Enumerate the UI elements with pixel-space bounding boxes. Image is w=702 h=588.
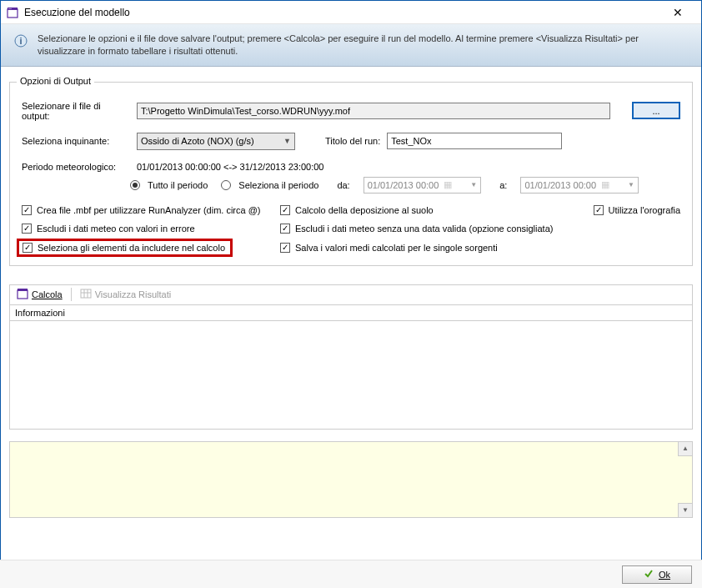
close-button[interactable]: ✕: [659, 1, 696, 24]
chevron-down-icon: ▼: [628, 181, 634, 188]
checkbox-icon: [280, 243, 290, 253]
chevron-down-icon: ▼: [283, 137, 291, 145]
check-save-averages[interactable]: Salva i valori medi calcolati per le sin…: [280, 242, 680, 254]
period-value: 01/01/2013 00:00:00 <-> 31/12/2013 23:00…: [137, 162, 323, 172]
info-banner: i Selezionare le opzioni e il file dove …: [1, 24, 701, 67]
calculate-button[interactable]: Calcola: [13, 286, 66, 303]
info-icon: i: [14, 34, 28, 58]
date-from-input: 01/01/2013 00:00 ▦ ▼: [364, 177, 482, 193]
check-exclude-invalid-date[interactable]: Escludi i dati meteo senza una data vali…: [280, 224, 680, 234]
check-create-mbf[interactable]: Crea file .mbf per utilizzare RunAnalyze…: [22, 205, 272, 215]
app-icon: [6, 6, 19, 19]
pollutant-select[interactable]: Ossido di Azoto (NOX) (g/s) ▼: [137, 133, 295, 150]
radio-select-period[interactable]: Seleziona il periodo: [221, 180, 318, 190]
group-title: Opzioni di Output: [17, 76, 94, 86]
checkbox-icon: [22, 205, 32, 215]
check-deposition[interactable]: Calcolo della deposizione al suolo: [280, 205, 522, 215]
date-to-input: 01/01/2013 00:00 ▦ ▼: [520, 177, 639, 193]
radio-icon: [221, 180, 231, 190]
checkbox-icon: [280, 205, 290, 215]
pollutant-label: Seleziona inquinante:: [22, 136, 130, 146]
window-title: Esecuzione del modello: [24, 7, 659, 18]
toolbar-separator: [71, 288, 72, 301]
period-label: Periodo meteorologico:: [22, 162, 130, 172]
run-title-input[interactable]: [387, 133, 562, 149]
calendar-icon: ▦: [601, 179, 609, 190]
pollutant-selected: Ossido di Azoto (NOX) (g/s): [141, 136, 254, 146]
calendar-icon: ▦: [444, 179, 452, 190]
svg-rect-7: [18, 289, 28, 291]
information-panel-title: Informazioni: [10, 305, 692, 321]
table-icon: [80, 288, 92, 301]
bottom-bar: Ok: [0, 560, 702, 588]
checkbox-icon: [23, 243, 33, 253]
ok-button[interactable]: Ok: [622, 565, 692, 584]
calculate-icon: [17, 288, 28, 301]
svg-text:i: i: [19, 36, 22, 46]
svg-point-2: [8, 8, 9, 8]
browse-button[interactable]: ...: [632, 102, 680, 119]
svg-rect-0: [8, 9, 18, 18]
check-orography[interactable]: Utilizza l'orografia: [594, 205, 680, 215]
banner-text: Selezionare le opzioni e il file dove sa…: [38, 33, 688, 58]
highlighted-checkbox-frame: Seleziona gli elementi da includere nel …: [17, 239, 233, 257]
output-file-label: Selezionare il file di output:: [22, 101, 130, 121]
scroll-down-button[interactable]: ▼: [678, 503, 692, 517]
from-label: da:: [337, 180, 349, 190]
radio-all-period[interactable]: Tutto il periodo: [130, 180, 208, 190]
check-icon: [644, 569, 654, 580]
checkbox-icon: [280, 224, 290, 234]
svg-rect-8: [81, 289, 91, 298]
check-exclude-errors[interactable]: Escludi i dati meteo con valori in error…: [22, 224, 272, 234]
log-panel: ▲ ▼: [9, 441, 693, 518]
view-results-button: Visualizza Risultati: [77, 286, 175, 303]
to-label: a:: [499, 180, 507, 190]
run-title-label: Titolo del run:: [325, 136, 380, 146]
output-options-group: Opzioni di Output Selezionare il file di…: [9, 82, 693, 266]
checkbox-icon: [594, 205, 604, 215]
check-select-elements[interactable]: Seleziona gli elementi da includere nel …: [23, 243, 225, 253]
svg-point-3: [10, 8, 11, 8]
toolbar: Calcola Visualizza Risultati: [9, 284, 693, 304]
checkbox-icon: [22, 224, 32, 234]
output-file-input[interactable]: [137, 103, 610, 119]
scroll-up-button[interactable]: ▲: [678, 442, 692, 456]
information-panel: Informazioni: [9, 304, 693, 430]
chevron-down-icon: ▼: [470, 181, 477, 188]
radio-icon: [130, 180, 140, 190]
svg-rect-6: [18, 290, 28, 299]
